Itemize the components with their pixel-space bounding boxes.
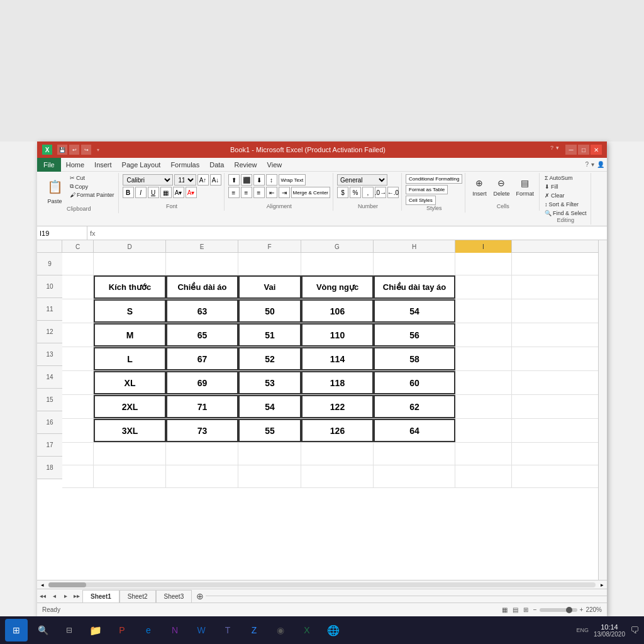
bold-button[interactable]: B [123,187,134,198]
cell-e17[interactable] [166,443,238,465]
comma-button[interactable]: , [362,187,374,198]
fill-button[interactable]: ⬇ Fill [543,183,560,191]
start-button[interactable]: ⊞ [5,619,28,641]
cut-button[interactable]: ✂ Cut [69,174,116,182]
page-layout-menu[interactable]: Page Layout [117,160,166,170]
find-select-button[interactable]: 🔍 Find & Select [543,209,588,217]
edge-button[interactable]: e [137,619,160,641]
border-button[interactable]: ▦ [160,187,172,198]
align-top-button[interactable]: ⬆ [228,174,240,186]
row-header-16[interactable]: 16 [37,411,62,434]
delete-button[interactable]: ⊖ Delete [491,174,512,198]
cell-g11[interactable]: 106 [301,299,374,323]
cell-f17[interactable] [238,443,301,465]
cell-e10[interactable]: Chiều dài áo [166,275,238,299]
cell-e14[interactable]: 69 [166,371,238,394]
cell-h14[interactable]: 60 [374,371,455,394]
powerpoint-button[interactable]: P [111,619,133,641]
language-indicator[interactable]: ENG [576,627,589,633]
cell-f12[interactable]: 51 [238,323,301,347]
sheet-nav-last[interactable]: ▸▸ [71,591,82,602]
row-header-12[interactable]: 12 [37,321,62,343]
row-header-11[interactable]: 11 [37,298,62,321]
scrollbar-thumb[interactable] [48,582,86,587]
row-header-14[interactable]: 14 [37,366,62,389]
task-view-button[interactable]: ⊟ [58,619,80,641]
row-header-15[interactable]: 15 [37,389,62,411]
cell-h9[interactable] [374,253,455,275]
notification-button[interactable]: 🗨 [630,625,639,635]
sheet-tab-sheet2[interactable]: Sheet2 [119,590,156,602]
file-explorer-button[interactable]: 📁 [84,619,107,641]
cell-e13[interactable]: 67 [166,347,238,370]
undo-icon[interactable]: ↩ [69,145,79,155]
sheet-nav-prev[interactable]: ◂ [48,591,60,602]
cell-h18[interactable] [374,465,455,487]
autosum-button[interactable]: Σ AutoSum [543,174,574,182]
search-button[interactable]: 🔍 [31,619,54,641]
cell-c17[interactable] [62,443,94,465]
cell-h12[interactable]: 56 [374,323,455,347]
cell-e9[interactable] [166,253,238,275]
paste-button[interactable]: 📋 Paste [42,174,67,206]
ribbon-minimize-icon[interactable]: ▾ [556,145,559,155]
teams-button[interactable]: T [216,619,239,641]
increase-font-button[interactable]: A↑ [197,174,209,186]
align-right-button[interactable]: ≡ [253,187,265,198]
cell-f16[interactable]: 55 [238,419,301,442]
cell-f13[interactable]: 52 [238,347,301,370]
align-center-button[interactable]: ≡ [241,187,252,198]
account-icon[interactable]: 👤 [597,161,604,168]
indent-decrease-button[interactable]: ⇤ [266,187,277,198]
cell-c18[interactable] [62,465,94,487]
align-left-button[interactable]: ≡ [228,187,240,198]
cell-d11[interactable]: S [94,299,166,323]
view-pagebreak-icon[interactable]: ⊞ [523,606,528,613]
horizontal-scrollbar[interactable]: ◂ ▸ [37,580,607,589]
zoom-out-button[interactable]: − [533,606,537,613]
col-header-f[interactable]: F [238,240,301,253]
cell-i11[interactable] [455,299,512,323]
sheet-tab-sheet3[interactable]: Sheet3 [156,590,192,602]
decrease-decimal-button[interactable]: ←.0 [387,187,399,198]
formula-input[interactable] [98,226,607,240]
formulas-menu[interactable]: Formulas [165,160,204,170]
cell-g17[interactable] [301,443,374,465]
review-menu[interactable]: Review [229,160,262,170]
vertical-scrollbar[interactable] [598,240,607,580]
cell-i10[interactable] [455,275,512,299]
cell-e11[interactable]: 63 [166,299,238,323]
quick-save-icon[interactable]: 💾 [57,145,67,155]
cell-g18[interactable] [301,465,374,487]
cell-c15[interactable] [62,395,94,418]
row-header-13[interactable]: 13 [37,343,62,366]
cell-i17[interactable] [455,443,512,465]
cell-c12[interactable] [62,323,94,347]
cell-f9[interactable] [238,253,301,275]
underline-button[interactable]: U [148,187,159,198]
cell-g15[interactable]: 122 [301,395,374,418]
cell-i14[interactable] [455,371,512,394]
cell-e18[interactable] [166,465,238,487]
cell-d16[interactable]: 3XL [94,419,166,442]
cell-g14[interactable]: 118 [301,371,374,394]
zoom-in-button[interactable]: + [580,606,584,613]
cell-d9[interactable] [94,253,166,275]
cell-d15[interactable]: 2XL [94,395,166,418]
cell-d18[interactable] [94,465,166,487]
cell-h13[interactable]: 58 [374,347,455,370]
col-header-d[interactable]: D [94,240,166,253]
text-direction-button[interactable]: ↕ [266,174,277,186]
font-color-button[interactable]: A▾ [186,187,197,198]
zoom-slider-thumb[interactable] [566,607,572,613]
increase-decimal-button[interactable]: .0→ [375,187,386,198]
fill-color-button[interactable]: A▾ [173,187,184,198]
cell-d14[interactable]: XL [94,371,166,394]
view-layout-icon[interactable]: ▤ [513,606,518,613]
number-format-select[interactable]: General [337,174,387,186]
cell-g13[interactable]: 114 [301,347,374,370]
cell-h11[interactable]: 54 [374,299,455,323]
indent-increase-button[interactable]: ⇥ [279,187,290,198]
cell-c16[interactable] [62,419,94,442]
wrap-text-button[interactable]: Wrap Text [279,174,306,186]
